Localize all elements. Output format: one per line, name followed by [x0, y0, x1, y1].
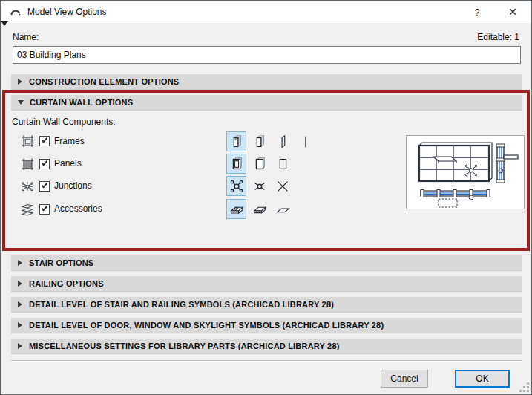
panels-schematic-icon [275, 156, 291, 172]
frame-icon [20, 134, 35, 148]
help-button[interactable]: ? [460, 1, 494, 23]
name-label: Name: [13, 32, 39, 42]
section-curtain-wall-options[interactable]: CURTAIN WALL OPTIONS [11, 95, 522, 111]
junctions-detailed-button[interactable] [226, 176, 246, 196]
expander-collapsed-icon [18, 281, 22, 287]
title-bar[interactable]: Model View Options [1, 1, 531, 23]
close-button[interactable]: ✕ [496, 1, 530, 23]
junction-icon [20, 179, 35, 194]
junctions-checkbox[interactable] [39, 181, 50, 192]
curtain-wall-components-label: Curtain Wall Components: [12, 117, 116, 127]
name-input[interactable] [13, 46, 521, 64]
panels-schematic-button[interactable] [272, 154, 292, 174]
expander-collapsed-icon [18, 260, 22, 266]
frames-detailed-3d-button[interactable] [226, 131, 246, 151]
ok-button[interactable]: OK [455, 370, 510, 388]
accessories-label: Accessories [54, 203, 102, 214]
checkmark-icon [42, 160, 47, 166]
accessories-detailed-icon [229, 201, 245, 218]
expander-collapsed-icon [18, 79, 22, 85]
expander-expanded-icon [18, 100, 24, 105]
window-title: Model View Options [27, 7, 107, 17]
frames-simplified-3d-button[interactable] [249, 131, 269, 151]
accessory-icon [20, 202, 35, 217]
model-view-options-dialog: Model View Options ? ✕ Name: Editable: 1… [0, 0, 532, 395]
archicad-logo-icon [10, 6, 22, 18]
frames-planar-icon [275, 134, 291, 150]
frames-linear-icon [298, 134, 314, 150]
frames-label: Frames [54, 136, 85, 146]
cancel-button[interactable]: Cancel [381, 370, 428, 388]
section-detail-door-window[interactable]: DETAIL LEVEL OF DOOR, WINDOW AND SKYLIGH… [11, 318, 522, 333]
panel-icon [20, 157, 35, 172]
curtain-wall-preview [406, 135, 525, 209]
junctions-label: Junctions [54, 180, 92, 191]
checkmark-icon [42, 182, 47, 189]
expander-collapsed-icon [18, 343, 22, 349]
expander-collapsed-icon [18, 301, 22, 307]
panels-label: Panels [54, 158, 82, 169]
accessories-checkbox[interactable] [39, 204, 50, 215]
panels-simplified-3d-button[interactable] [249, 154, 269, 174]
frames-simplified-3d-icon [252, 134, 268, 150]
accessories-schematic-icon [275, 201, 291, 218]
frames-linear-button[interactable] [295, 131, 315, 151]
frames-checkbox[interactable] [39, 136, 50, 146]
junctions-simplified-button[interactable] [249, 176, 269, 196]
section-detail-stair-railing[interactable]: DETAIL LEVEL OF STAIR AND RAILING SYMBOL… [11, 297, 522, 313]
panels-detailed-3d-icon [229, 156, 245, 172]
curtain-wall-plan-preview-icon [407, 136, 524, 209]
accessories-simplified-icon [252, 201, 268, 218]
expander-collapsed-icon [18, 322, 22, 328]
annotation-arrow-icon [1, 21, 8, 26]
panels-simplified-3d-icon [252, 156, 268, 172]
section-railing-options[interactable]: RAILING OPTIONS [11, 276, 522, 292]
accessories-schematic-button[interactable] [272, 199, 292, 219]
footer-divider [11, 360, 522, 362]
panels-checkbox[interactable] [39, 159, 50, 169]
resize-grip[interactable] [519, 382, 529, 392]
section-construction-element-options[interactable]: CONSTRUCTION ELEMENT OPTIONS [11, 74, 522, 90]
junctions-detailed-icon [229, 178, 245, 195]
frames-detailed-3d-icon [229, 134, 245, 150]
checkmark-icon [42, 137, 47, 143]
junctions-schematic-icon [275, 178, 291, 195]
accessories-simplified-button[interactable] [249, 199, 269, 219]
editable-count: Editable: 1 [477, 32, 519, 42]
checkmark-icon [42, 205, 47, 212]
section-stair-options[interactable]: STAIR OPTIONS [11, 255, 522, 271]
junctions-simplified-icon [252, 178, 268, 195]
panels-detailed-3d-button[interactable] [226, 154, 246, 174]
junctions-schematic-button[interactable] [272, 176, 292, 196]
accessories-detailed-button[interactable] [226, 199, 246, 219]
section-misc-library-parts[interactable]: MISCELLANEOUS SETTINGS FOR LIBRARY PARTS… [11, 339, 522, 354]
frames-planar-button[interactable] [272, 131, 292, 151]
